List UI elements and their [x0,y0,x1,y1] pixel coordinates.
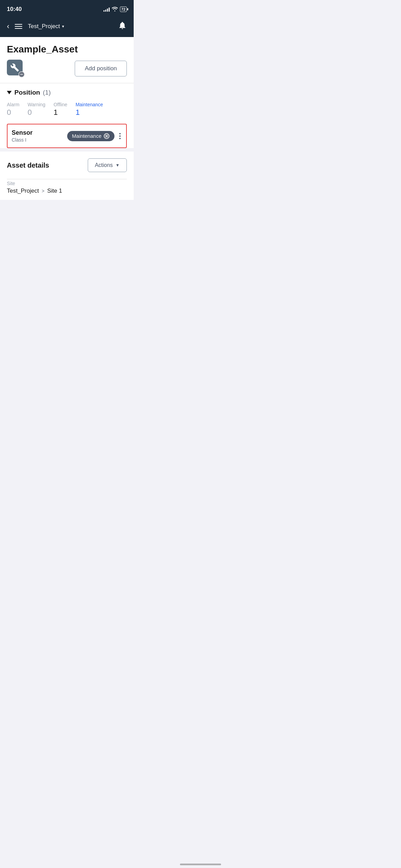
back-button[interactable]: ‹ [7,22,9,31]
main-content: Example_Asset Add position [0,37,134,148]
collapse-triangle-icon[interactable] [7,91,12,94]
wifi-icon [112,7,118,12]
project-name: Test_Project [28,23,60,30]
menu-button[interactable] [15,24,22,29]
sensor-info: Sensor Class I [12,129,33,143]
more-options-button[interactable] [118,132,122,141]
status-row: Alarm 0 Warning 0 Offline 1 Maintenance … [7,102,127,118]
site-project: Test_Project [7,188,39,194]
signal-bars-icon [104,7,110,12]
site-arrow-icon: > [42,188,45,194]
divider-2 [7,179,127,179]
asset-icon-container [7,60,25,77]
asset-header: Example_Asset Add position [0,37,134,83]
asset-details-header: Asset details Actions ▼ [7,158,127,172]
offline-label: Offline [53,102,67,107]
site-path: Test_Project > Site 1 [7,188,127,194]
offline-value: 1 [53,108,58,117]
warning-value: 0 [28,108,32,117]
sensor-name: Sensor [12,129,33,136]
actions-chevron-icon: ▼ [116,163,120,168]
alarm-value: 0 [7,108,11,117]
sensor-card[interactable]: Sensor Class I Maintenance [7,124,127,148]
status-time: 10:40 [7,6,22,13]
add-position-button[interactable]: Add position [75,61,127,76]
site-label: Site [7,181,127,186]
project-chevron-icon: ▾ [62,24,64,29]
asset-details-section: Asset details Actions ▼ Site Test_Projec… [0,152,134,200]
site-info: Site Test_Project > Site 1 [7,181,127,194]
alarm-label: Alarm [7,102,20,107]
maintenance-badge[interactable]: Maintenance [67,131,114,141]
asset-actions-row: Add position [7,60,127,77]
status-icons: 72 [104,7,127,12]
asset-badge-icon [19,71,25,77]
position-header: Position (1) [7,89,127,96]
position-title: Position [14,89,40,96]
sensor-class: Class I [12,137,33,143]
actions-label: Actions [95,162,113,168]
asset-title: Example_Asset [7,44,127,55]
battery-icon: 72 [120,7,127,12]
warning-label: Warning [28,102,46,107]
nav-bar: ‹ Test_Project ▾ [0,17,134,37]
position-count: (1) [43,89,51,96]
offline-status: Offline 1 [53,102,67,117]
project-selector[interactable]: Test_Project ▾ [28,23,64,30]
bottom-area [0,200,134,310]
warning-status: Warning 0 [28,102,46,117]
sensor-right: Maintenance [67,131,122,141]
maintenance-status: Maintenance 1 [75,102,103,117]
position-section: Position (1) Alarm 0 Warning 0 Offline 1… [0,83,134,148]
alarm-status: Alarm 0 [7,102,20,117]
maintenance-badge-label: Maintenance [72,133,101,139]
status-bar: 10:40 72 [0,0,134,17]
maintenance-value: 1 [75,108,80,117]
badge-close-icon[interactable] [104,133,110,139]
site-name: Site 1 [47,188,62,194]
actions-button[interactable]: Actions ▼ [88,158,127,172]
asset-details-title: Asset details [7,161,49,169]
maintenance-label: Maintenance [75,102,103,107]
notification-bell-icon[interactable] [118,21,127,32]
